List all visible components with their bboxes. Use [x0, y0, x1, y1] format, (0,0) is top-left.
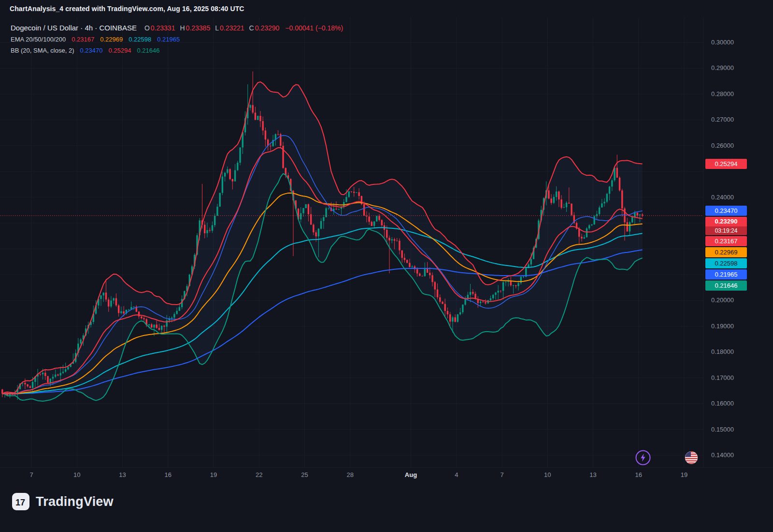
ema-values: 0.231670.229690.225980.21965	[72, 34, 180, 45]
y-axis-label: 0.20000	[711, 296, 734, 304]
ohlc-o: O0.23331	[144, 23, 175, 34]
y-axis-label: 0.28000	[711, 90, 734, 98]
logo-mark-text: 17	[15, 498, 25, 507]
market-flag	[684, 450, 699, 467]
chart-canvas[interactable]	[0, 0, 703, 467]
ohlc-h: H0.23385	[180, 23, 210, 34]
price-badge: 0.22598	[705, 258, 747, 268]
price-badge: 0.23167	[705, 236, 747, 246]
legend-value: 0.22598	[129, 34, 151, 45]
chart-legend: Dogecoin / US Dollar · 4h · COINBASE O0.…	[11, 22, 343, 56]
price-badge: 0.21646	[705, 280, 747, 291]
x-axis-label: Aug	[397, 471, 426, 478]
price-axis[interactable]: 0.300000.290000.280000.270000.260000.240…	[703, 0, 773, 467]
x-axis-label: 7	[17, 471, 46, 478]
lightning-icon	[635, 449, 651, 466]
ema-indicator-label[interactable]: EMA 20/50/100/200	[11, 34, 66, 45]
ohlc-l: L0.23221	[215, 23, 244, 34]
y-axis-label: 0.18000	[711, 348, 734, 356]
price-badge: 0.22969	[705, 247, 747, 257]
x-axis-label: 13	[579, 471, 608, 478]
bb-indicator-label[interactable]: BB (20, SMA, close, 2)	[11, 45, 74, 56]
legend-bb-row: BB (20, SMA, close, 2) 0.234700.252940.2…	[11, 45, 343, 56]
price-badge: 0.21965	[705, 269, 747, 280]
bar-countdown: 03:19:24	[705, 226, 747, 235]
x-axis-label: 19	[670, 471, 699, 478]
x-axis-label: 16	[154, 471, 183, 478]
lightning-button[interactable]	[635, 449, 651, 468]
us-flag-icon	[684, 450, 699, 465]
y-axis-label: 0.27000	[711, 116, 734, 124]
tradingview-logo[interactable]: 17 TradingView	[12, 492, 114, 511]
tradingview-logo-text: TradingView	[36, 494, 114, 509]
y-axis-label: 0.30000	[711, 39, 734, 46]
axis-corner	[703, 467, 773, 484]
header-bar: ChartAnalysis_4 created with TradingView…	[0, 0, 773, 17]
x-axis-label: 10	[533, 471, 562, 478]
x-axis-label: 10	[62, 471, 91, 478]
y-axis-label: 0.16000	[711, 400, 734, 407]
x-axis-label: 13	[108, 471, 137, 478]
x-axis-label: 19	[199, 471, 228, 478]
legend-ema-row: EMA 20/50/100/200 0.231670.229690.225980…	[11, 34, 343, 45]
legend-value: 0.23167	[72, 34, 94, 45]
x-axis-label: 25	[290, 471, 319, 478]
price-badge: 0.25294	[705, 159, 747, 169]
legend-value: 0.22969	[100, 34, 123, 45]
legend-symbol-row: Dogecoin / US Dollar · 4h · COINBASE O0.…	[11, 22, 343, 34]
symbol-title[interactable]: Dogecoin / US Dollar · 4h · COINBASE	[11, 22, 137, 33]
current-price-badge: 0.2329003:19:24	[705, 217, 747, 235]
legend-value: 0.23470	[80, 45, 103, 56]
y-axis-label: 0.29000	[711, 64, 734, 72]
price-badge: 0.23470	[705, 206, 747, 216]
y-axis-label: 0.14000	[711, 451, 734, 459]
x-axis-label: 7	[487, 471, 516, 478]
ohlc-c: C0.23290	[249, 23, 280, 34]
ohlc-values: O0.23331H0.23385L0.23221C0.23290	[144, 23, 279, 34]
y-axis-label: 0.17000	[711, 374, 734, 382]
header-title: ChartAnalysis_4 created with TradingView…	[10, 5, 244, 13]
time-axis[interactable]: 710131619222528Aug4710131619	[0, 467, 703, 484]
y-axis-label: 0.26000	[711, 142, 734, 150]
x-axis-label: 28	[336, 471, 365, 478]
bb-values: 0.234700.252940.21646	[80, 45, 160, 56]
tradingview-logo-icon: 17	[12, 492, 30, 511]
y-axis-label: 0.19000	[711, 322, 734, 330]
x-axis-label: 16	[624, 471, 653, 478]
change-value: −0.00041 (−0.18%)	[285, 23, 343, 34]
current-price-value: 0.23290	[705, 217, 747, 226]
legend-value: 0.21646	[137, 45, 160, 56]
x-axis-label: 4	[442, 471, 471, 478]
y-axis-label: 0.24000	[711, 194, 734, 201]
legend-value: 0.25294	[109, 45, 131, 56]
y-axis-label: 0.15000	[711, 426, 734, 434]
legend-value: 0.21965	[157, 34, 180, 45]
x-axis-label: 22	[244, 471, 273, 478]
